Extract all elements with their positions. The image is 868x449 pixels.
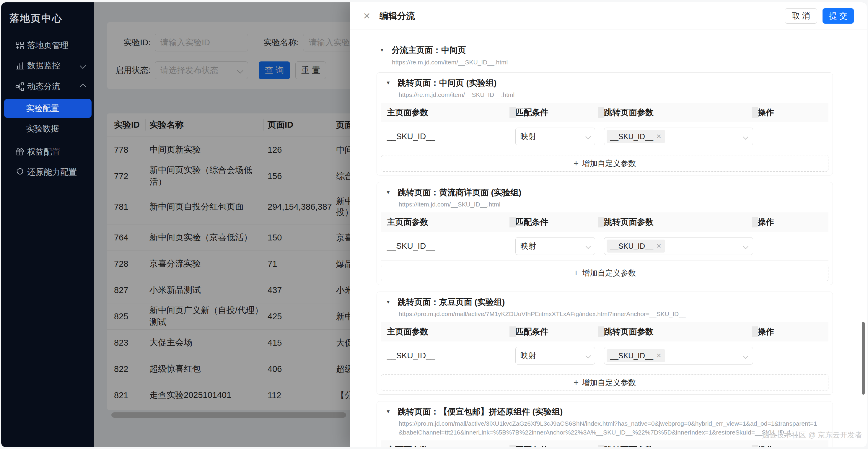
column-divider: [598, 217, 604, 228]
sidebar-item-label: 实验数据: [26, 123, 59, 134]
card-header[interactable]: ▼ 跳转页面：【便宜包邮】拼还原组件 (实验组): [386, 406, 826, 417]
column-divider: [752, 445, 758, 447]
param-row: __SKU_ID__ 映射 __SKU_ID__✕: [381, 122, 829, 151]
param-table-header: 主页面参数 匹配条件 跳转页面参数 操作: [381, 212, 829, 232]
card-title: 跳转页面：【便宜包邮】拼还原组件 (实验组): [398, 406, 563, 417]
main-section-header[interactable]: ▼ 分流主页面：中间页: [377, 44, 833, 56]
column-divider: [598, 445, 604, 447]
param-tag: __SKU_ID__✕: [607, 240, 665, 252]
app-window: 落地页中心 落地页管理 数据监控 动态分流 实验配置 实验数据: [1, 2, 867, 447]
add-custom-param-label: 增加自定义参数: [582, 158, 636, 169]
tag-close-icon[interactable]: ✕: [656, 133, 661, 140]
card-header[interactable]: ▼ 跳转页面：黄流商详页面 (实验组): [386, 187, 826, 198]
col-match-condition: 匹配条件: [509, 445, 598, 447]
param-tag: __SKU_ID__✕: [607, 130, 665, 143]
col-actions: 操作: [752, 445, 829, 447]
param-table-header: 主页面参数 匹配条件 跳转页面参数 操作: [381, 103, 829, 122]
condition-select[interactable]: 映射: [515, 347, 595, 364]
param-row: __SKU_ID__ 映射 __SKU_ID__✕: [381, 232, 829, 261]
edit-split-drawer: ✕ 编辑分流 取 消 提 交 ▼ 分流主页面：中间页 https://re.m.…: [350, 2, 867, 447]
col-actions: 操作: [752, 326, 829, 337]
sidebar-item-split[interactable]: 动态分流: [1, 78, 94, 95]
col-match-condition: 匹配条件: [509, 326, 598, 337]
column-divider: [598, 107, 604, 118]
condition-value: 映射: [520, 241, 536, 251]
card-url: https://pro.m.jd.com/mall/active/3iXU1kv…: [399, 419, 820, 437]
condition-select[interactable]: 映射: [515, 128, 595, 145]
add-custom-param-button[interactable]: + 增加自定义参数: [381, 374, 829, 391]
card-header[interactable]: ▼ 跳转页面：京豆页面 (实验组): [386, 297, 826, 308]
column-divider: [598, 326, 604, 337]
chevron-down-icon: [743, 134, 748, 140]
card-header[interactable]: ▼ 跳转页面：中间页 (实验组): [386, 78, 826, 89]
sidebar-item-label: 权益配置: [27, 146, 60, 157]
chevron-down-icon: [743, 244, 748, 249]
chevron-down-icon: [585, 243, 591, 249]
col-actions: 操作: [752, 216, 829, 228]
chevron-down-icon: [585, 134, 591, 139]
split-icon: [15, 82, 25, 91]
col-main-param: 主页面参数: [381, 216, 509, 228]
jump-page-card: ▼ 跳转页面：中间页 (实验组) https://re.m.jd.com/ite…: [377, 72, 833, 176]
jump-page-card: ▼ 跳转页面：【便宜包邮】拼还原组件 (实验组) https://pro.m.j…: [377, 401, 833, 447]
sidebar-item-label: 还原能力配置: [27, 167, 77, 178]
jump-param-multiselect[interactable]: __SKU_ID__✕: [604, 128, 753, 145]
sidebar-item-exp-config[interactable]: 实验配置: [4, 99, 92, 118]
col-jump-param: 跳转页面参数: [598, 216, 752, 228]
sidebar-item-restore[interactable]: 还原能力配置: [1, 163, 94, 181]
chevron-down-icon: [743, 353, 748, 359]
col-jump-param: 跳转页面参数: [598, 326, 752, 337]
tag-close-icon[interactable]: ✕: [656, 352, 661, 359]
cancel-button-label: 取 消: [792, 11, 810, 21]
close-icon[interactable]: ✕: [363, 11, 371, 22]
plus-icon: +: [574, 378, 579, 387]
col-main-param: 主页面参数: [381, 326, 509, 337]
sidebar-item-pages[interactable]: 落地页管理: [1, 37, 94, 54]
main-section-url: https://re.m.jd.com/item/__SKU_ID__.html: [392, 59, 833, 66]
column-divider: [509, 107, 516, 118]
caret-down-icon: ▼: [379, 47, 384, 53]
condition-select[interactable]: 映射: [515, 237, 595, 255]
card-url: https://pro.m.jd.com/mall/active/7M1yKZD…: [399, 309, 820, 319]
sidebar-item-monitor[interactable]: 数据监控: [1, 57, 94, 74]
column-divider: [509, 217, 516, 228]
tag-close-icon[interactable]: ✕: [656, 242, 661, 249]
param-tag: __SKU_ID__✕: [607, 349, 665, 362]
add-custom-param-button[interactable]: + 增加自定义参数: [381, 155, 829, 172]
jump-param-multiselect[interactable]: __SKU_ID__✕: [604, 237, 753, 255]
add-custom-param-label: 增加自定义参数: [582, 378, 636, 388]
card-title: 跳转页面：中间页 (实验组): [398, 78, 496, 89]
card-url: https://re.m.jd.com/item/__SKU_ID__.html: [399, 90, 820, 99]
drawer-mask[interactable]: [94, 2, 350, 447]
param-tag-label: __SKU_ID__: [610, 242, 653, 250]
column-divider: [509, 445, 516, 447]
jump-param-multiselect[interactable]: __SKU_ID__✕: [604, 347, 753, 364]
sidebar-item-rights[interactable]: 权益配置: [1, 143, 94, 160]
sidebar: 落地页中心 落地页管理 数据监控 动态分流 实验配置 实验数据: [1, 2, 94, 447]
pages-icon: [15, 41, 25, 50]
watermark: 掘金技术社区 @ 京东云开发者: [762, 430, 862, 440]
vertical-scrollbar[interactable]: [862, 322, 865, 395]
submit-button-label: 提 交: [829, 11, 847, 21]
drawer-body: ▼ 分流主页面：中间页 https://re.m.jd.com/item/__S…: [350, 30, 867, 447]
plus-icon: +: [574, 269, 579, 277]
param-table-header: 主页面参数 匹配条件 跳转页面参数 操作: [381, 441, 829, 447]
restore-icon: [15, 168, 25, 177]
cancel-button[interactable]: 取 消: [785, 8, 817, 24]
add-custom-param-button[interactable]: + 增加自定义参数: [381, 265, 829, 281]
column-divider: [752, 217, 758, 228]
param-table-header: 主页面参数 匹配条件 跳转页面参数 操作: [381, 322, 829, 341]
col-match-condition: 匹配条件: [509, 107, 598, 118]
submit-button[interactable]: 提 交: [823, 8, 854, 24]
main-param-value: __SKU_ID__: [381, 351, 509, 360]
column-divider: [509, 326, 516, 337]
main-param-value: __SKU_ID__: [381, 132, 509, 141]
caret-down-icon: ▼: [386, 299, 391, 305]
col-main-param: 主页面参数: [381, 107, 509, 118]
col-actions: 操作: [752, 107, 829, 118]
card-url: https://item.jd.com/__SKU_ID__.html: [399, 200, 820, 209]
chevron-down-icon: [80, 62, 86, 68]
add-custom-param-label: 增加自定义参数: [582, 268, 636, 278]
caret-down-icon: ▼: [386, 80, 391, 86]
chevron-up-icon: [80, 83, 86, 90]
